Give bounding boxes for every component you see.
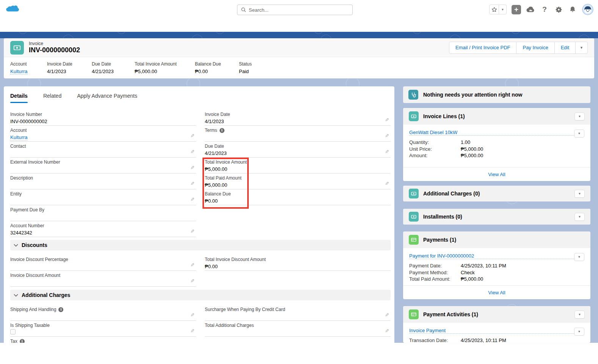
edit-pencil-icon[interactable]: ✎	[385, 149, 389, 155]
tab-apply-advance-payments[interactable]: Apply Advance Payments	[77, 86, 137, 105]
edit-pencil-icon[interactable]: ✎	[385, 181, 389, 186]
field-value: ₱5,000.00	[205, 166, 391, 173]
app-navbar: Payment Center Home Invoices Recurring I…	[0, 18, 598, 32]
edit-pencil-icon[interactable]: ✎	[385, 117, 389, 123]
field-contact: Contact ✎	[10, 142, 196, 158]
record-title: INV-0000000002	[29, 46, 80, 54]
additional-charges-left-column: Shipping And Handling i ✎ Is Shipping Ta…	[10, 305, 196, 343]
favorites-dropdown-button[interactable]: ▼	[499, 5, 507, 14]
row-label: Quantity:	[409, 139, 461, 146]
view-all-link[interactable]: View All	[488, 290, 505, 295]
global-search[interactable]	[237, 5, 353, 15]
utility-bar: ▼ + ?	[489, 4, 593, 15]
edit-pencil-icon[interactable]: ✎	[190, 312, 195, 318]
payments-header[interactable]: Payments (1)	[403, 231, 590, 248]
edit-pencil-icon[interactable]: ✎	[190, 133, 195, 139]
row-actions-dropdown-button[interactable]: ▼	[574, 130, 584, 137]
row-actions-dropdown-button[interactable]: ▼	[574, 328, 584, 336]
section-additional-charges[interactable]: Additional Charges	[10, 290, 391, 300]
form-right-column: Invoice Date 4/1/2023 ✎ Terms i ✎ Due Da…	[205, 110, 391, 205]
account-link[interactable]: Kulturra	[10, 134, 28, 141]
tab-details[interactable]: Details	[10, 86, 28, 105]
section-title: Discounts	[22, 242, 47, 248]
invoice-line-link[interactable]: GenWatt Diesel 10kW	[409, 130, 574, 136]
email-print-invoice-pdf-button[interactable]: Email / Print Invoice PDF	[449, 42, 517, 54]
field-value	[10, 198, 196, 205]
highlight-account: Account Kulturra	[10, 61, 47, 74]
search-input[interactable]	[249, 7, 348, 13]
additional-charges-right-column: Surcharge When Paying By Credit Card ✎ T…	[205, 305, 391, 337]
tab-related[interactable]: Related	[43, 86, 61, 105]
record-entity-label: Invoice	[29, 41, 43, 46]
field-label: Account	[10, 61, 47, 67]
setup-gear-icon[interactable]	[554, 5, 563, 14]
field-label: Total Invoice Discount Amount	[205, 257, 391, 262]
field-invoice-date: Invoice Date 4/1/2023 ✎	[205, 110, 391, 126]
highlight-due-date: Due Date 4/21/2023	[92, 61, 135, 74]
list-actions-dropdown-button[interactable]: ▼	[574, 213, 585, 221]
field-label: Contact	[10, 144, 196, 149]
edit-pencil-icon[interactable]: ✎	[190, 278, 195, 284]
row-actions-dropdown-button[interactable]: ▼	[574, 253, 584, 261]
is-shipping-taxable-checkbox[interactable]	[10, 329, 16, 334]
row-label: Payment Method:	[409, 269, 461, 276]
field-value	[205, 330, 391, 336]
guidance-center-icon[interactable]	[526, 5, 535, 14]
field-value: 4/1/2023	[47, 69, 92, 74]
edit-pencil-icon[interactable]: ✎	[190, 228, 195, 234]
help-info-icon[interactable]: i	[58, 307, 63, 312]
edit-button[interactable]: Edit	[554, 42, 576, 54]
section-discounts[interactable]: Discounts	[10, 240, 391, 250]
row-value: ₱5,000.00	[461, 146, 483, 153]
more-actions-dropdown-button[interactable]: ▼	[575, 42, 588, 54]
payment-link[interactable]: Payment for INV-0000000002	[409, 253, 574, 259]
highlight-fields: Account Kulturra Invoice Date 4/1/2023 D…	[4, 57, 594, 74]
account-link[interactable]: Kulturra	[10, 69, 28, 75]
view-all-link[interactable]: View All	[488, 172, 505, 177]
field-account-number: Account Number 32442342 ✎	[10, 221, 196, 237]
chevron-down-icon	[14, 244, 18, 247]
edit-pencil-icon[interactable]: ✎	[190, 197, 195, 202]
installments-header[interactable]: Installments (0) ▼	[403, 209, 590, 225]
field-label: Invoice Date	[47, 61, 92, 67]
global-actions-plus-button[interactable]: +	[512, 5, 521, 14]
list-actions-dropdown-button[interactable]: ▼	[574, 112, 585, 120]
field-value: 4/21/2023	[92, 69, 135, 74]
detail-row-unit-price: Unit Price: ₱5,000.00	[409, 146, 584, 153]
payment-activities-header[interactable]: Payment Activities (1) ▼	[403, 306, 590, 323]
help-icon[interactable]: ?	[540, 5, 549, 14]
invoice-lines-icon	[409, 111, 419, 121]
detail-row-total-paid-amount: Total Paid Amount: ₱5,000.00	[409, 276, 584, 283]
row-label: Unit Price:	[409, 146, 461, 153]
additional-charges-header[interactable]: Additional Charges (0) ▼	[403, 186, 590, 202]
edit-pencil-icon[interactable]: ✎	[190, 165, 195, 170]
list-actions-dropdown-button[interactable]: ▼	[574, 311, 585, 319]
field-value: ₱0.00	[205, 198, 391, 205]
field-is-shipping-taxable: Is Shipping Taxable ✎	[10, 321, 196, 337]
edit-pencil-icon[interactable]: ✎	[190, 262, 195, 268]
edit-pencil-icon[interactable]: ✎	[385, 328, 389, 334]
edit-pencil-icon[interactable]: ✎	[385, 312, 389, 318]
user-avatar[interactable]	[582, 4, 593, 15]
additional-charges-icon	[409, 189, 419, 198]
pay-invoice-button[interactable]: Pay Invoice	[516, 42, 554, 54]
favorites-star-button[interactable]	[489, 5, 499, 14]
invoice-lines-header[interactable]: Invoice Lines (1) ▼	[403, 108, 590, 125]
global-header: ▼ + ?	[0, 0, 598, 18]
help-info-icon[interactable]: i	[220, 128, 224, 133]
section-title: Additional Charges	[22, 292, 70, 298]
field-total-additional-charges: Total Additional Charges ✎	[205, 321, 391, 337]
list-actions-dropdown-button[interactable]: ▼	[574, 190, 585, 198]
edit-pencil-icon[interactable]: ✎	[385, 133, 389, 139]
field-value	[10, 280, 196, 286]
edit-pencil-icon[interactable]: ✎	[190, 181, 195, 186]
row-value: 1.00	[461, 139, 470, 146]
row-value: 4/25/2023, 10:11 PM	[461, 262, 506, 269]
notifications-bell-icon[interactable]	[568, 5, 577, 14]
record-detail-card: Details Related Apply Advance Payments I…	[4, 86, 394, 343]
edit-pencil-icon[interactable]: ✎	[190, 328, 195, 334]
help-info-icon[interactable]: i	[20, 339, 25, 343]
invoice-payment-link[interactable]: Invoice Payment	[409, 328, 574, 334]
edit-pencil-icon[interactable]: ✎	[190, 149, 195, 155]
field-invoice-discount-percentage: Invoice Discount Percentage ✎	[10, 255, 196, 271]
